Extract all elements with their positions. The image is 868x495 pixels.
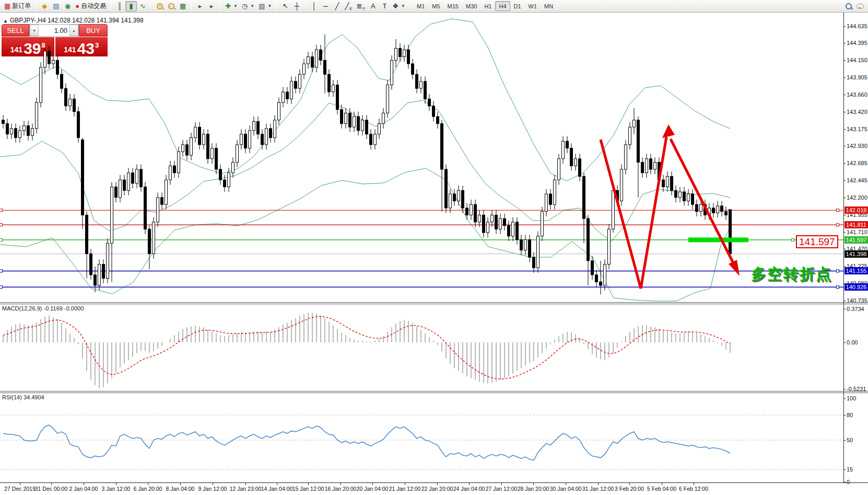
candle-body: [595, 275, 598, 282]
candle-body: [144, 187, 147, 229]
candle-body: [349, 113, 351, 127]
chat-button[interactable]: [854, 1, 866, 11]
time-tick-label: 3 Feb 20:00: [615, 486, 644, 492]
candle-body: [407, 50, 410, 64]
turning-point-annotation[interactable]: 多空转折点: [751, 264, 832, 285]
timeframe-w1-button[interactable]: W1: [525, 1, 541, 11]
vertical-line-button-icon: │: [312, 3, 316, 9]
candle-body: [641, 162, 644, 172]
candle-body: [69, 99, 72, 106]
macd-pane-separator[interactable]: [0, 302, 868, 304]
auto-trading-button[interactable]: ●自动交易: [73, 1, 108, 11]
zoom-out-button[interactable]: -: [166, 1, 177, 11]
candle-body: [562, 141, 565, 159]
time-tick-mark: [372, 483, 373, 485]
candle-body: [186, 145, 189, 155]
timeframe-d1-button[interactable]: D1: [510, 1, 525, 11]
rsi-pane-separator[interactable]: [0, 391, 868, 393]
candle-body: [395, 48, 397, 60]
chart-plot-svg[interactable]: [0, 13, 868, 495]
time-tick-label: 6 Jan 20:00: [134, 486, 162, 492]
text-button[interactable]: A: [367, 1, 379, 11]
candle-body: [332, 85, 335, 91]
price-callout-141597[interactable]: 141.597: [796, 235, 838, 248]
candle-body: [40, 67, 42, 102]
indicators-button-dropdown-icon[interactable]: ▼: [233, 4, 238, 8]
candle-body: [412, 64, 414, 74]
arrows-button-dropdown-icon[interactable]: ▼: [401, 4, 405, 8]
chart-shift-button[interactable]: ▸: [206, 1, 217, 11]
price-tick-label: 142.445: [847, 177, 867, 183]
candle-body: [729, 210, 732, 254]
templates-button[interactable]: ▧▼: [256, 1, 274, 11]
tile-windows-button[interactable]: ▦: [177, 1, 189, 11]
line-chart-button[interactable]: ∿: [137, 1, 148, 11]
timeframe-mn-button[interactable]: MN: [541, 1, 557, 11]
periods-button-dropdown-icon[interactable]: ▼: [250, 4, 254, 8]
templates-button-dropdown-icon[interactable]: ▼: [268, 4, 272, 8]
candle-body: [31, 129, 34, 135]
line-handle: [792, 238, 794, 241]
candle-body: [462, 190, 464, 208]
candle-body: [240, 134, 243, 145]
auto-scroll-button[interactable]: ▸: [194, 1, 206, 11]
market-watch-button[interactable]: ◆: [39, 1, 50, 11]
candle-body: [633, 120, 636, 127]
cursor-button[interactable]: ↖: [279, 1, 291, 11]
price-tick-label: 142.685: [847, 160, 867, 166]
candle-body: [303, 64, 306, 74]
candle-body: [691, 194, 694, 204]
timeframe-m5-button[interactable]: M5: [428, 1, 443, 11]
candle-body: [232, 162, 234, 172]
search-button[interactable]: [843, 1, 854, 11]
trendline-button[interactable]: ╱: [331, 1, 343, 11]
timeframe-m30-button[interactable]: M30: [462, 1, 480, 11]
timeframe-h1-button[interactable]: H1: [480, 1, 495, 11]
signals-button[interactable]: ◉: [62, 1, 73, 11]
timeframe-m15-button[interactable]: M15: [444, 1, 462, 11]
price-tick-label: 143.660: [847, 91, 867, 98]
candle-body: [157, 198, 159, 222]
toolbar-separator: [191, 2, 192, 11]
rsi-line: [3, 425, 730, 460]
fibonacci-button[interactable]: ≣F: [355, 1, 368, 11]
time-axis[interactable]: 27 Dec 201931 Dec 00:002 Jan 04:003 Jan …: [0, 482, 868, 495]
toolbar-separator: [305, 2, 306, 11]
zoom-in-button[interactable]: +: [154, 1, 166, 11]
crosshair-button[interactable]: ┼: [291, 1, 302, 11]
trend-arrow-segment: [641, 137, 666, 289]
time-tick-label: 5 Feb 04:00: [647, 486, 676, 492]
data-window-button[interactable]: ▤: [50, 1, 62, 11]
arrows-button[interactable]: ❖▼: [390, 1, 407, 11]
candle-body: [299, 74, 301, 88]
toolbar-right-group: [843, 1, 866, 11]
candle-body: [683, 192, 686, 201]
candle-body: [487, 222, 489, 233]
bar-chart-button[interactable]: ║: [114, 1, 125, 11]
equidistant-channel-button[interactable]: ╱E: [343, 1, 354, 11]
candle-body: [637, 120, 640, 163]
chart-canvas[interactable]: ▲GBPJPY-,H4 142.028 142.028 141.394 141.…: [0, 13, 868, 495]
candle-body: [391, 60, 393, 85]
horizontal-line-button[interactable]: ─: [320, 1, 331, 11]
vertical-line-button[interactable]: │: [308, 1, 320, 11]
periods-button[interactable]: ◷▼: [240, 1, 256, 11]
indicators-button[interactable]: ✚▼: [223, 1, 240, 11]
candle-body: [424, 82, 427, 99]
candle-body: [483, 215, 485, 233]
timeframe-m1-button[interactable]: M1: [413, 1, 428, 11]
periods-button-icon: ◷: [242, 3, 248, 9]
macd-tick-label: 0.3734: [847, 306, 864, 312]
price-tick-label: 141.710: [847, 229, 867, 235]
price-badge-141.398: 141.398: [844, 250, 868, 258]
toolbar-separator: [36, 2, 36, 11]
bollinger-upper-band: [0, 19, 730, 181]
text-label-button[interactable]: T: [379, 1, 390, 11]
axis-tick-mark: [843, 232, 846, 233]
auto-trading-button-icon: ●: [75, 3, 79, 9]
candle-body: [136, 169, 138, 183]
candle-body: [520, 240, 523, 250]
timeframe-h4-button[interactable]: H4: [495, 1, 510, 11]
new-order-button[interactable]: ▦新订单: [2, 1, 33, 11]
candlestick-chart-button[interactable]: ▮: [125, 1, 137, 11]
